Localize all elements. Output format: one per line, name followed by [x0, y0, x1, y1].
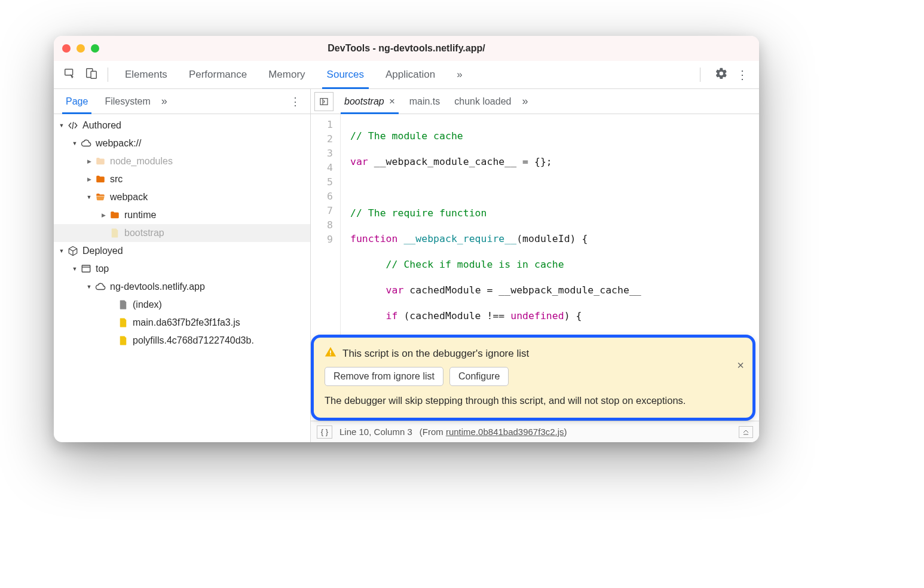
- tree-runtime[interactable]: runtime: [54, 206, 310, 224]
- tree-label: main.da63f7b2fe3f1fa3.js: [133, 317, 240, 328]
- editor-tab-main-ts[interactable]: main.ts: [402, 89, 448, 114]
- tree-authored[interactable]: Authored: [54, 117, 310, 134]
- ignore-list-warning: × This script is on the debugger's ignor…: [311, 335, 755, 421]
- folder-icon: [94, 155, 106, 167]
- sidebar-tabs-overflow-icon[interactable]: »: [161, 95, 167, 108]
- warning-triangle-icon: [325, 346, 336, 361]
- devtools-window: DevTools - ng-devtools.netlify.app/ Elem…: [54, 36, 759, 442]
- sidebar-tab-page[interactable]: Page: [57, 89, 96, 114]
- tree-index[interactable]: (index): [54, 296, 310, 314]
- inspect-element-icon[interactable]: [63, 67, 77, 82]
- sidebar-kebab-icon[interactable]: ⋮: [284, 95, 307, 108]
- file-icon: [117, 299, 129, 311]
- editor-tab-label: main.ts: [409, 96, 440, 107]
- editor-tab-bootstrap[interactable]: bootstrap ×: [337, 89, 402, 114]
- js-file-icon: [117, 317, 129, 329]
- folder-open-icon: [94, 191, 106, 203]
- tabs-overflow-icon[interactable]: »: [446, 61, 473, 88]
- js-file-icon: [117, 335, 129, 347]
- tree-polyfills[interactable]: polyfills.4c768d7122740d3b.: [54, 332, 310, 350]
- editor-tabs: bootstrap × main.ts chunk loaded »: [311, 89, 759, 114]
- svg-rect-0: [65, 69, 73, 75]
- navigator-toggle-icon[interactable]: [314, 92, 334, 111]
- source-from: (From runtime.0b841bad3967f3c2.js): [420, 427, 567, 437]
- frame-icon: [80, 263, 92, 275]
- window-title: DevTools - ng-devtools.netlify.app/: [54, 43, 759, 54]
- settings-gear-icon[interactable]: [715, 67, 728, 82]
- device-toggle-icon[interactable]: [85, 67, 98, 82]
- content-area: Page Filesystem » ⋮ Authored webpack://: [54, 89, 759, 442]
- tree-label: bootstrap: [124, 228, 164, 238]
- file-icon: [109, 227, 121, 239]
- tree-label: node_modules: [110, 156, 173, 167]
- tab-sources[interactable]: Sources: [316, 61, 375, 88]
- tree-label: polyfills.4c768d7122740d3b.: [133, 335, 254, 346]
- divider: [700, 68, 700, 82]
- remove-from-ignore-list-button[interactable]: Remove from ignore list: [325, 367, 443, 386]
- warning-title: This script is on the debugger's ignore …: [342, 348, 529, 360]
- svg-rect-4: [320, 98, 328, 105]
- folder-icon: [94, 173, 106, 185]
- file-tree: Authored webpack:// node_modules src: [54, 114, 310, 442]
- svg-rect-3: [82, 265, 90, 272]
- tree-host[interactable]: ng-devtools.netlify.app: [54, 278, 310, 296]
- tab-application[interactable]: Application: [375, 61, 446, 88]
- editor-statusbar: { } Line 10, Column 3 (From runtime.0b84…: [311, 421, 759, 442]
- sidebar-tab-filesystem[interactable]: Filesystem: [96, 89, 158, 114]
- tree-node-modules[interactable]: node_modules: [54, 152, 310, 170]
- editor-tab-chunk-loaded[interactable]: chunk loaded: [447, 89, 518, 114]
- tree-mainjs[interactable]: main.da63f7b2fe3f1fa3.js: [54, 314, 310, 332]
- folder-icon: [109, 209, 121, 221]
- toggle-drawer-icon[interactable]: [739, 426, 753, 438]
- tree-bootstrap[interactable]: bootstrap: [54, 224, 310, 242]
- tree-webpack-folder[interactable]: webpack: [54, 188, 310, 206]
- editor-tabs-overflow-icon[interactable]: »: [522, 95, 528, 108]
- tree-label: (index): [133, 299, 162, 310]
- main-toolbar: Elements Performance Memory Sources Appl…: [54, 61, 759, 89]
- code-icon: [67, 120, 79, 131]
- svg-rect-2: [91, 71, 96, 78]
- svg-rect-6: [330, 354, 331, 356]
- close-window-button[interactable]: [62, 44, 71, 53]
- cloud-icon: [80, 137, 92, 149]
- tree-label: Deployed: [82, 246, 123, 256]
- source-from-link[interactable]: runtime.0b841bad3967f3c2.js: [446, 427, 564, 437]
- divider: [108, 68, 108, 82]
- traffic-lights: [62, 44, 99, 53]
- tab-memory[interactable]: Memory: [258, 61, 316, 88]
- cloud-icon: [94, 281, 106, 293]
- tab-elements[interactable]: Elements: [114, 61, 178, 88]
- tree-label: webpack://: [96, 138, 141, 149]
- tree-label: Authored: [82, 120, 121, 131]
- pretty-print-button[interactable]: { }: [317, 425, 332, 439]
- tree-deployed[interactable]: Deployed: [54, 242, 310, 260]
- tree-label: webpack: [110, 192, 148, 203]
- package-icon: [67, 245, 79, 257]
- tree-src[interactable]: src: [54, 170, 310, 188]
- editor-tab-label: bootstrap: [344, 96, 384, 107]
- editor-pane: bootstrap × main.ts chunk loaded » 12345…: [311, 89, 759, 442]
- close-warning-icon[interactable]: ×: [737, 359, 744, 372]
- tree-webpack-scheme[interactable]: webpack://: [54, 134, 310, 152]
- tree-label: ng-devtools.netlify.app: [110, 281, 205, 292]
- close-tab-icon[interactable]: ×: [389, 96, 395, 108]
- panel-tabs: Elements Performance Memory Sources Appl…: [114, 61, 473, 88]
- kebab-menu-icon[interactable]: ⋮: [736, 68, 748, 82]
- sidebar-tabs: Page Filesystem » ⋮: [54, 89, 310, 114]
- maximize-window-button[interactable]: [91, 44, 99, 53]
- sources-sidebar: Page Filesystem » ⋮ Authored webpack://: [54, 89, 311, 442]
- configure-button[interactable]: Configure: [449, 367, 509, 386]
- svg-rect-5: [330, 351, 331, 354]
- tab-performance[interactable]: Performance: [178, 61, 258, 88]
- editor-tab-label: chunk loaded: [454, 96, 511, 107]
- tree-label: src: [110, 174, 123, 185]
- tree-label: runtime: [124, 210, 156, 220]
- titlebar: DevTools - ng-devtools.netlify.app/: [54, 36, 759, 61]
- cursor-position: Line 10, Column 3: [339, 427, 412, 437]
- tree-label: top: [96, 264, 109, 274]
- warning-description: The debugger will skip stepping through …: [325, 393, 723, 408]
- tree-top[interactable]: top: [54, 260, 310, 278]
- minimize-window-button[interactable]: [77, 44, 85, 53]
